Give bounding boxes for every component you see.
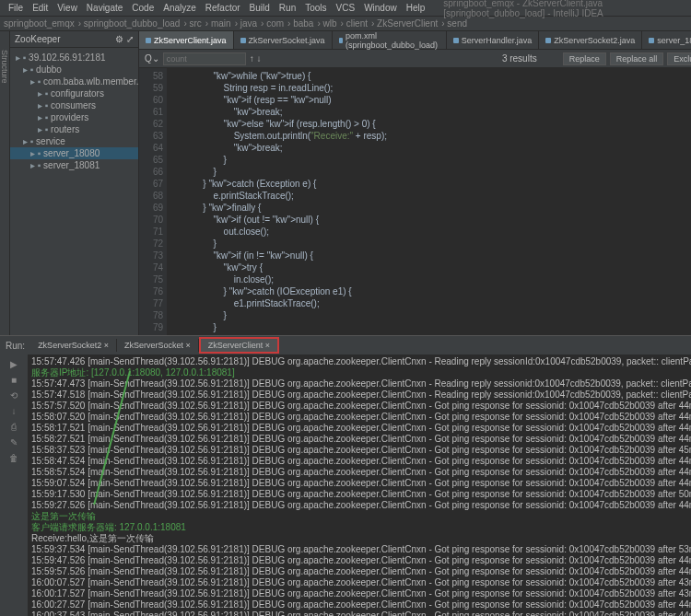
console-line: 客户端请求服务器端: 127.0.0.1:18081 — [31, 522, 687, 533]
console-line: 15:58:47.524 [main-SendThread(39.102.56.… — [31, 456, 687, 467]
console-line: 16:00:37.543 [main-SendThread(39.102.56.… — [31, 610, 687, 616]
console-line: 15:58:17.521 [main-SendThread(39.102.56.… — [31, 423, 687, 434]
replace-all-button[interactable]: Replace all — [610, 52, 664, 65]
editor-tabs: ZkServerClient.javaZkServerSocket.javapo… — [139, 31, 691, 50]
breadcrumb-item[interactable]: › wlb — [317, 18, 336, 29]
breadcrumb-item[interactable]: springboot_emqx — [4, 18, 75, 29]
menu-code[interactable]: Code — [127, 3, 158, 13]
console-line: 15:57:47.518 [main-SendThread(39.102.56.… — [31, 389, 687, 401]
tree-node[interactable]: ▸ ▪ routers — [10, 123, 138, 135]
menu-edit[interactable]: Edit — [28, 3, 53, 13]
menu-view[interactable]: View — [53, 3, 82, 13]
menu-build[interactable]: Build — [245, 3, 275, 13]
run-tab[interactable]: ZkServerSocket × — [117, 339, 199, 352]
editor-tab[interactable]: server_18080 — [642, 31, 691, 49]
menu-vcs[interactable]: VCS — [332, 3, 360, 13]
console-line: 15:59:37.534 [main-SendThread(39.102.56.… — [31, 544, 687, 555]
sidebar-title: ZooKeeper — [15, 34, 60, 44]
editor-tab[interactable]: ZkServerSocket.java — [234, 31, 333, 49]
menu-run[interactable]: Run — [275, 3, 300, 13]
console-line: 这是第一次传输 — [31, 511, 687, 522]
breadcrumb-item[interactable]: › springboot_dubbo_load — [78, 18, 181, 29]
left-tool-rail[interactable]: Structure — [0, 31, 10, 335]
run-label: Run: — [0, 341, 30, 351]
gutter[interactable]: 5859606162636465666768697071727374757677… — [139, 68, 167, 335]
breadcrumb-item[interactable]: › src — [183, 18, 201, 29]
console-output[interactable]: 15:57:47.426 [main-SendThread(39.102.56.… — [28, 354, 691, 616]
breadcrumb-item[interactable]: › main — [205, 18, 231, 29]
code-editor[interactable]: "kw">while ("kw">true) { String resp = i… — [167, 68, 691, 335]
console-line: 15:58:27.521 [main-SendThread(39.102.56.… — [31, 434, 687, 445]
console-line: 15:58:07.520 [main-SendThread(39.102.56.… — [31, 412, 687, 423]
breadcrumb-item[interactable]: › ZkServerClient — [371, 18, 438, 29]
run-tab[interactable]: ZkServerClient × — [199, 337, 279, 354]
stop-icon: ■ — [8, 375, 19, 386]
console-line: 15:59:47.526 [main-SendThread(39.102.56.… — [31, 555, 687, 566]
console-line: 16:00:17.527 [main-SendThread(39.102.56.… — [31, 588, 687, 599]
menu-window[interactable]: Window — [359, 3, 402, 13]
tree-node[interactable]: ▸ ▪ server_18080 — [10, 147, 138, 159]
console-line: 15:58:57.524 [main-SendThread(39.102.56.… — [31, 467, 687, 478]
breadcrumb-item[interactable]: › java — [235, 18, 257, 29]
console-line: 15:59:17.530 [main-SendThread(39.102.56.… — [31, 489, 687, 500]
replace-button[interactable]: Replace — [563, 52, 606, 65]
menu-analyze[interactable]: Analyze — [158, 3, 201, 13]
tree-node[interactable]: ▸ ▪ providers — [10, 111, 138, 123]
gear-icon[interactable]: ⚙ ⤢ — [115, 34, 134, 44]
tree-node[interactable]: ▸ ▪ dubbo — [10, 64, 138, 76]
tree-node[interactable]: ▸ ▪ com.baba.wlb.member.service.Me — [10, 76, 138, 87]
search-icon[interactable]: Q⌄ — [145, 53, 159, 64]
breadcrumb-item[interactable]: › client — [341, 18, 368, 29]
console-line: Receive:hello,这是第一次传输 — [31, 533, 687, 544]
editor-area: ZkServerClient.javaZkServerSocket.javapo… — [139, 31, 691, 335]
menu-navigate[interactable]: Navigate — [82, 3, 127, 13]
run-panel: Run: ZkServerSocket2 ×ZkServerSocket ×Zk… — [0, 335, 691, 616]
console-line: 15:57:47.473 [main-SendThread(39.102.56.… — [31, 378, 687, 389]
search-results: 3 results — [502, 53, 537, 64]
console-line: 15:57:57.520 [main-SendThread(39.102.56.… — [31, 401, 687, 412]
breadcrumb-item[interactable]: › com — [261, 18, 284, 29]
tree-node[interactable]: ▸ ▪ 39.102.56.91:2181 — [10, 52, 138, 64]
run-tab[interactable]: ZkServerSocket2 × — [30, 339, 117, 352]
console-line: 16:00:27.527 [main-SendThread(39.102.56.… — [31, 599, 687, 610]
editor-tab[interactable]: pom.xml (springboot_dubbo_load) — [333, 31, 447, 49]
tree-node[interactable]: ▸ ▪ configurators — [10, 87, 138, 99]
search-input[interactable] — [163, 52, 246, 65]
console-line: 15:59:07.524 [main-SendThread(39.102.56.… — [31, 478, 687, 489]
menu-help[interactable]: Help — [402, 3, 430, 13]
breadcrumb: springboot_emqx› springboot_dubbo_load› … — [0, 17, 691, 31]
run-tabs: Run: ZkServerSocket2 ×ZkServerSocket ×Zk… — [0, 336, 691, 354]
breadcrumb-item[interactable]: › baba — [287, 18, 313, 29]
console-line: 16:00:07.527 [main-SendThread(39.102.56.… — [31, 577, 687, 588]
tree-node[interactable]: ▸ ▪ consumers — [10, 99, 138, 111]
window-title: springboot_emqx - ZkServerClient.java [s… — [439, 0, 687, 18]
tree-node[interactable]: ▸ ▪ server_18081 — [10, 159, 138, 171]
console-line: 15:59:57.526 [main-SendThread(39.102.56.… — [31, 566, 687, 577]
run-toolbar[interactable]: ▶■⟲↓⎙✎🗑 — [0, 354, 28, 616]
search-bar: Q⌄ ↑ ↓ 3 results Replace Replace all Exc… — [139, 50, 691, 68]
zookeeper-panel: ZooKeeper ⚙ ⤢ ▸ ▪ 39.102.56.91:2181▸ ▪ d… — [10, 31, 139, 335]
exclude-button[interactable]: Exclude — [667, 52, 691, 65]
editor-tab[interactable]: ZkServerClient.java — [139, 31, 234, 49]
console-line: 15:57:47.426 [main-SendThread(39.102.56.… — [31, 356, 687, 367]
menu-tools[interactable]: Tools — [300, 3, 331, 13]
console-line: 15:59:27.526 [main-SendThread(39.102.56.… — [31, 500, 687, 511]
console-line: 15:58:37.523 [main-SendThread(39.102.56.… — [31, 445, 687, 456]
editor-tab[interactable]: ZkServerSocket2.java — [539, 31, 642, 49]
main-menu: FileEditViewNavigateCodeAnalyzeRefactorB… — [0, 0, 691, 17]
editor-tab[interactable]: ServerHandler.java — [447, 31, 540, 49]
menu-refactor[interactable]: Refactor — [201, 3, 245, 13]
menu-file[interactable]: File — [4, 3, 28, 13]
rerun-icon: ▶ — [8, 359, 19, 370]
zk-tree[interactable]: ▸ ▪ 39.102.56.91:2181▸ ▪ dubbo▸ ▪ com.ba… — [10, 48, 138, 335]
breadcrumb-item[interactable]: › send — [441, 18, 467, 29]
tree-node[interactable]: ▸ ▪ service — [10, 135, 138, 147]
